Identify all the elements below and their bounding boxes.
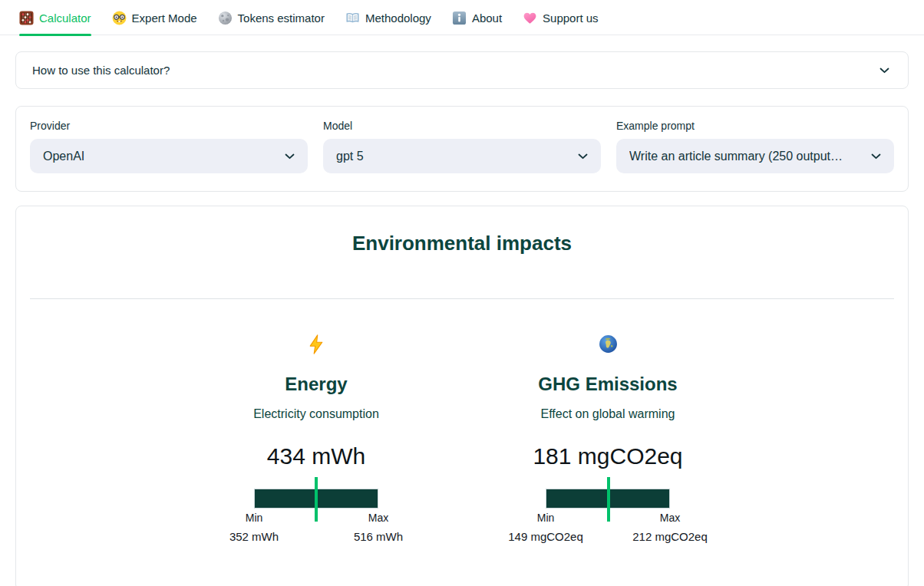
- chevron-down-icon: [879, 67, 889, 74]
- provider-label: Provider: [30, 120, 308, 132]
- range-tick: [315, 477, 318, 522]
- how-to-accordion[interactable]: How to use this calculator?: [15, 51, 909, 89]
- tab-label: Methodology: [365, 12, 431, 25]
- model-field: Model gpt 5: [323, 120, 601, 173]
- impact-subtitle: Electricity consumption: [170, 407, 462, 422]
- impact-subtitle: Effect on global warming: [462, 407, 754, 422]
- range-min-value: 149 mgCO2eq: [508, 530, 583, 543]
- range-max-label: Max: [660, 512, 680, 524]
- globe-icon: [462, 334, 754, 354]
- provider-value: OpenAI: [43, 150, 92, 163]
- impact-energy: Energy Electricity consumption 434 mWh M…: [170, 334, 462, 548]
- accordion-label: How to use this calculator?: [32, 64, 170, 77]
- impact-range: Min Max 149 mgCO2eq 212 mgCO2eq: [546, 477, 670, 548]
- tab-about[interactable]: About: [452, 11, 502, 35]
- impacts-panel: Environmental impacts Energy Electricity…: [15, 206, 909, 586]
- tab-tokens-estimator[interactable]: Tokens estimator: [218, 11, 325, 35]
- tab-label: Expert Mode: [132, 12, 197, 25]
- controls-panel: Provider OpenAI Model gpt 5 Example prom…: [15, 106, 909, 192]
- impact-name: Energy: [170, 373, 462, 396]
- example-prompt-field: Example prompt Write an article summary …: [616, 120, 894, 173]
- range-max-label: Max: [368, 512, 388, 524]
- range-min-label: Min: [537, 512, 555, 524]
- impact-value: 181 mgCO2eq: [462, 442, 754, 471]
- tab-label: Support us: [543, 12, 599, 25]
- chevron-down-icon: [285, 153, 295, 160]
- provider-field: Provider OpenAI: [30, 120, 308, 173]
- tab-expert-mode[interactable]: Expert Mode: [112, 11, 197, 35]
- tab-label: Calculator: [39, 12, 91, 25]
- impacts-row: Energy Electricity consumption 434 mWh M…: [16, 334, 908, 548]
- impact-value: 434 mWh: [170, 442, 462, 471]
- chevron-down-icon: [578, 153, 588, 160]
- model-value: gpt 5: [336, 150, 371, 163]
- range-min-value: 352 mWh: [229, 530, 279, 543]
- divider: [30, 298, 894, 299]
- nerd-face-icon: [112, 11, 127, 25]
- tab-label: About: [472, 12, 502, 25]
- tab-methodology[interactable]: Methodology: [345, 11, 431, 35]
- model-label: Model: [323, 120, 601, 132]
- open-book-icon: [345, 11, 360, 25]
- tab-label: Tokens estimator: [238, 12, 325, 25]
- example-prompt-select[interactable]: Write an article summary (250 output…: [616, 139, 894, 173]
- lightning-icon: [170, 334, 462, 354]
- range-max-value: 212 mgCO2eq: [632, 530, 708, 543]
- abacus-icon: [19, 11, 34, 25]
- top-tab-bar: Calculator Expert Mode: [0, 0, 924, 35]
- provider-select[interactable]: OpenAI: [30, 139, 308, 173]
- range-min-label: Min: [246, 512, 263, 524]
- tab-support-us[interactable]: Support us: [523, 11, 599, 35]
- chevron-down-icon: [871, 153, 881, 160]
- pink-heart-icon: [523, 11, 537, 25]
- impacts-title: Environmental impacts: [16, 231, 908, 255]
- impact-range: Min Max 352 mWh 516 mWh: [254, 477, 378, 548]
- model-select[interactable]: gpt 5: [323, 139, 601, 173]
- example-prompt-label: Example prompt: [616, 120, 894, 132]
- tab-calculator[interactable]: Calculator: [19, 11, 91, 35]
- range-max-value: 516 mWh: [354, 530, 403, 543]
- range-tick: [607, 477, 610, 522]
- example-prompt-value: Write an article summary (250 output…: [629, 150, 850, 163]
- moon-icon: [218, 11, 233, 25]
- impact-ghg: GHG Emissions Effect on global warming 1…: [462, 334, 754, 548]
- impact-name: GHG Emissions: [462, 373, 754, 396]
- info-icon: [452, 11, 467, 25]
